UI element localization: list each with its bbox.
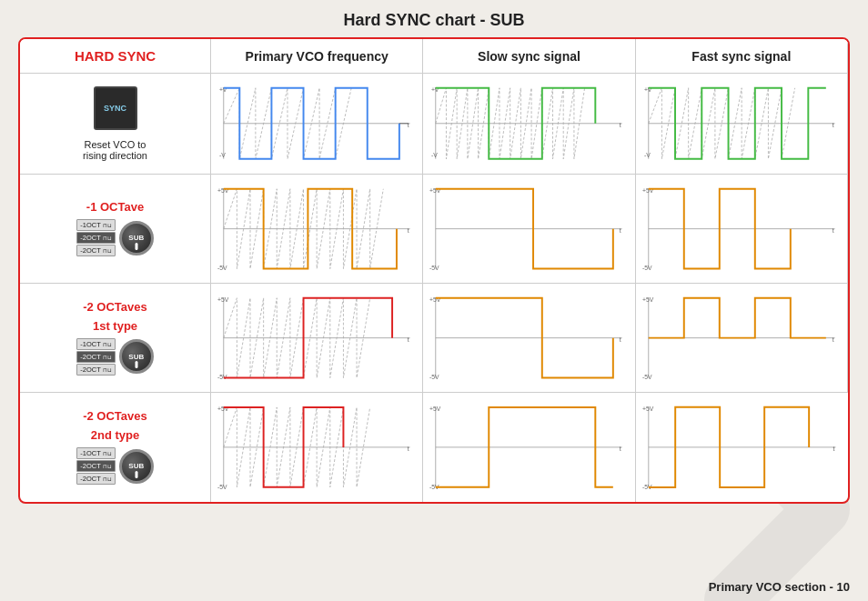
row2-label-sub: 1st type — [93, 319, 137, 333]
svg-text:t: t — [832, 122, 833, 128]
knob-sub-1: SUB — [119, 221, 154, 255]
chart-0-fast: +V -V t — [636, 74, 848, 175]
svg-text:-5V: -5V — [642, 265, 652, 271]
header-hard-sync: HARD SYNC — [20, 39, 211, 74]
footer-text: Primary VCO section - 10 — [709, 580, 850, 594]
svg-text:-5V: -5V — [217, 484, 227, 490]
svg-text:+5V: +5V — [429, 406, 441, 412]
svg-text:+5V: +5V — [429, 295, 441, 302]
svg-text:t: t — [408, 446, 409, 452]
svg-text:+5V: +5V — [217, 406, 229, 412]
chart-2-primary: +5V -5V t — [211, 284, 423, 393]
header-primary-vco: Primary VCO frequency — [211, 39, 423, 74]
row2-label-main: -2 OCTaves — [83, 300, 147, 314]
svg-text:t: t — [620, 446, 621, 452]
svg-text:-5V: -5V — [429, 374, 439, 380]
knob-sub-2: SUB — [119, 339, 154, 374]
svg-text:+5V: +5V — [642, 295, 654, 302]
header-fast-sync: Fast sync signal — [636, 39, 848, 74]
svg-text:-V: -V — [644, 152, 651, 158]
svg-text:t: t — [408, 226, 409, 233]
svg-text:t: t — [620, 122, 621, 128]
svg-text:-5V: -5V — [429, 265, 439, 271]
row1-label-main: -1 OCTave — [86, 200, 144, 214]
svg-text:+5V: +5V — [217, 186, 229, 193]
row3-label-main: -2 OCTaves — [83, 409, 147, 423]
chart-3-primary: +5V -5V t — [211, 393, 423, 502]
svg-text:-5V: -5V — [642, 374, 652, 380]
chart-1-slow: +5V -5V t — [423, 175, 635, 284]
header-slow-sync: Slow sync signal — [423, 39, 635, 74]
chart-3-fast: +5V -5V t — [636, 393, 848, 502]
svg-text:-5V: -5V — [217, 265, 227, 271]
label-cell-3: -2 OCTaves 2nd type -1OCT⊓⊔ -2OCT⊓⊔ -2OC… — [20, 393, 211, 502]
svg-text:t: t — [620, 226, 621, 233]
svg-text:t: t — [833, 446, 834, 452]
row3-label-sub: 2nd type — [91, 428, 139, 442]
svg-text:+5V: +5V — [217, 295, 229, 302]
svg-text:+5V: +5V — [642, 406, 654, 412]
svg-text:+V: +V — [219, 86, 227, 93]
svg-text:+V: +V — [431, 86, 439, 93]
label-cell-0: SYNC Reset VCO torising direction — [20, 74, 211, 175]
svg-text:+V: +V — [644, 86, 652, 93]
svg-text:-V: -V — [431, 152, 438, 158]
chart-1-primary: +5V -5V t — [211, 175, 423, 284]
chart-2-fast: +5V -5V t — [636, 284, 848, 393]
sync-switch: SYNC — [94, 86, 137, 130]
knob-sub-3: SUB — [119, 449, 154, 484]
row0-label: Reset VCO torising direction — [83, 139, 147, 161]
svg-text:+5V: +5V — [642, 186, 654, 193]
label-cell-2: -2 OCTaves 1st type -1OCT⊓⊔ -2OCT⊓⊔ -2OC… — [20, 284, 211, 393]
svg-text:-V: -V — [219, 152, 226, 158]
svg-text:+5V: +5V — [429, 186, 441, 193]
chart-1-fast: +5V -5V t — [636, 175, 848, 284]
main-container: HARD SYNC Primary VCO frequency Slow syn… — [18, 37, 850, 504]
svg-text:t: t — [832, 336, 833, 342]
svg-text:t: t — [620, 336, 621, 342]
svg-text:t: t — [408, 122, 409, 128]
svg-text:t: t — [408, 336, 409, 342]
chart-0-primary: +V -V t — [211, 74, 423, 175]
svg-text:t: t — [832, 226, 833, 233]
page-title: Hard SYNC chart - SUB — [0, 0, 868, 37]
chart-0-slow: +V -V t — [423, 74, 635, 175]
label-cell-1: -1 OCTave -1OCT⊓⊔ -2OCT⊓⊔ -2OCT⊓⊔ SUB — [20, 175, 211, 284]
chart-3-slow: +5V -5V t — [423, 393, 635, 502]
chart-2-slow: +5V -5V t — [423, 284, 635, 393]
